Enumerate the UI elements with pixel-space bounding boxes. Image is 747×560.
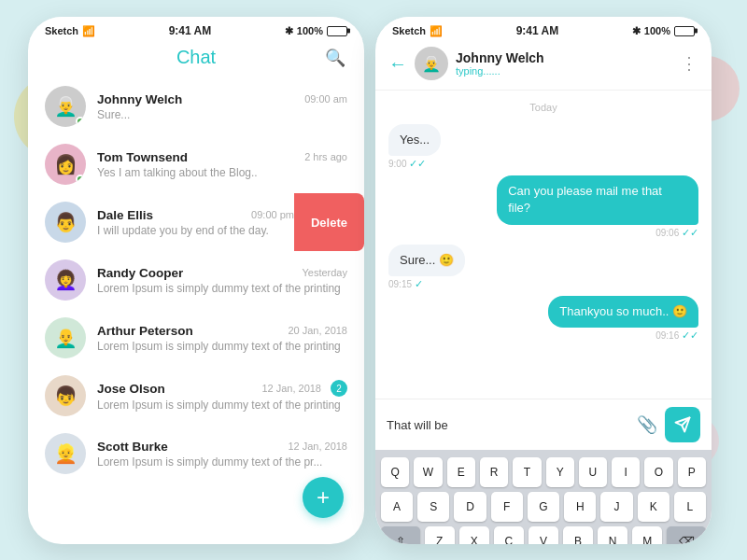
left-phone: Sketch 📶 9:41 AM ✱ 100% Chat 🔍 👨‍🦳 (28, 17, 364, 544)
key-l[interactable]: L (674, 492, 706, 522)
message-bubble-2: Can you please mail me that file? (497, 175, 698, 224)
time-right: 9:41 AM (516, 24, 559, 37)
message-input[interactable] (387, 418, 629, 432)
chat-name-4: Randy Cooper (97, 266, 183, 280)
key-k[interactable]: K (638, 492, 669, 522)
battery-text-left: 100% (297, 25, 323, 36)
chat-item-7[interactable]: 👱 Scott Burke 12 Jan, 2018 Lorem Ipsum i… (28, 425, 364, 483)
key-v[interactable]: V (529, 526, 558, 544)
right-phone: Sketch 📶 9:41 AM ✱ 100% ← 👨‍🦳 Johnny Wel… (375, 17, 712, 544)
time-left: 9:41 AM (169, 24, 212, 37)
chat-detail-header: ← 👨‍🦳 Johnny Welch typing...... ⋮ (375, 41, 712, 91)
chat-name-7: Scott Burke (97, 440, 168, 454)
chat-title: Chat (176, 47, 216, 68)
bluetooth-icon-left: ✱ (285, 25, 293, 37)
more-options-button[interactable]: ⋮ (681, 53, 698, 74)
fab-button[interactable]: + (303, 477, 344, 518)
chat-item-1[interactable]: 👨‍🦳 Johnny Welch 09:00 am Sure... (28, 77, 364, 135)
message-2: Can you please mail me that file? 09:06 … (388, 175, 698, 238)
key-d[interactable]: D (454, 492, 486, 522)
key-shift[interactable]: ⇧ (381, 526, 420, 544)
contact-status: typing...... (456, 65, 681, 77)
wifi-icon-left: 📶 (82, 25, 95, 37)
send-button[interactable] (665, 407, 700, 442)
key-x[interactable]: X (459, 526, 489, 544)
tick-icon-4: ✓✓ (682, 329, 698, 341)
chat-info-1: Johnny Welch 09:00 am Sure... (97, 92, 347, 121)
message-4: Thankyou so much.. 🙂 09:16 ✓✓ (388, 296, 698, 342)
avatar-4: 👩‍🦱 (45, 259, 86, 301)
chat-preview-3: I will update you by end of the day. (97, 224, 294, 237)
key-n[interactable]: N (598, 526, 627, 544)
message-text-3: Sure... 🙂 (400, 253, 454, 267)
chat-name-2: Tom Townsend (97, 150, 188, 164)
chat-preview-4: Lorem Ipsum is simply dummy text of the … (97, 282, 347, 295)
key-w[interactable]: W (414, 457, 442, 487)
unread-badge-6: 2 (331, 380, 347, 397)
input-area: 📎 (375, 399, 712, 450)
key-t[interactable]: T (513, 457, 541, 487)
message-bubble-4: Thankyou so much.. 🙂 (548, 296, 698, 328)
chat-time-6: 12 Jan, 2018 (261, 383, 321, 394)
message-3: Sure... 🙂 09:15 ✓ (388, 245, 698, 290)
chat-preview-5: Lorem Ipsum is simply dummy text of the … (97, 340, 347, 353)
avatar-3: 👨 (45, 202, 86, 243)
message-bubble-1: Yes... (388, 124, 441, 156)
avatar-7: 👱 (45, 433, 86, 474)
key-e[interactable]: E (447, 457, 475, 487)
avatar-1: 👨‍🦳 (45, 86, 86, 127)
tick-icon-2: ✓✓ (682, 227, 698, 238)
key-delete[interactable]: ⌫ (667, 526, 706, 544)
signal-text-left: Sketch (45, 25, 78, 36)
key-f[interactable]: F (491, 492, 523, 522)
key-b[interactable]: B (563, 526, 593, 544)
key-g[interactable]: G (528, 492, 559, 522)
keyboard-row-2: A S D F G H J K L (381, 492, 706, 522)
key-h[interactable]: H (564, 492, 596, 522)
chat-info-5: Arthur Peterson 20 Jan, 2018 Lorem Ipsum… (97, 324, 347, 353)
attachment-icon[interactable]: 📎 (637, 414, 657, 435)
date-divider: Today (388, 102, 698, 113)
key-s[interactable]: S (417, 492, 449, 522)
message-bubble-3: Sure... 🙂 (388, 245, 465, 276)
chat-item-5[interactable]: 👨‍🦲 Arthur Peterson 20 Jan, 2018 Lorem I… (28, 309, 364, 367)
messages-area: Today Yes... 9:00 ✓✓ Can you please mail… (375, 91, 712, 399)
key-u[interactable]: U (579, 457, 607, 487)
key-c[interactable]: C (494, 526, 524, 544)
status-bar-right: Sketch 📶 9:41 AM ✱ 100% (375, 17, 712, 41)
search-icon[interactable]: 🔍 (325, 48, 345, 68)
back-button[interactable]: ← (388, 53, 407, 75)
key-p[interactable]: P (678, 457, 706, 487)
chat-header: Chat 🔍 (28, 41, 364, 77)
key-r[interactable]: R (480, 457, 508, 487)
message-1: Yes... 9:00 ✓✓ (388, 124, 698, 170)
chat-time-2: 2 hrs ago (304, 151, 347, 162)
contact-name: Johnny Welch (456, 50, 681, 65)
signal-text-right: Sketch (392, 25, 426, 36)
key-j[interactable]: J (600, 492, 632, 522)
key-a[interactable]: A (381, 492, 413, 522)
chat-item-4[interactable]: 👩‍🦱 Randy Cooper Yesterday Lorem Ipsum i… (28, 251, 364, 309)
contact-avatar: 👨‍🦳 (415, 47, 448, 80)
wifi-icon-right: 📶 (430, 25, 443, 37)
chat-time-5: 20 Jan, 2018 (288, 325, 347, 336)
chat-name-1: Johnny Welch (97, 92, 182, 106)
battery-icon-right (674, 26, 695, 36)
key-o[interactable]: O (644, 457, 672, 487)
message-text-2: Can you please mail me that file? (508, 184, 662, 215)
message-time-4: 09:16 ✓✓ (655, 329, 698, 342)
chat-item-6[interactable]: 👦 Jose Olson 12 Jan, 2018 2 Lorem Ipsum … (28, 367, 364, 425)
chat-info-6: Jose Olson 12 Jan, 2018 2 Lorem Ipsum is… (97, 380, 347, 412)
contact-info: Johnny Welch typing...... (456, 50, 681, 77)
key-m[interactable]: M (632, 526, 662, 544)
chat-info-3: Dale Ellis 09:00 pm I will update you by… (97, 208, 294, 237)
key-y[interactable]: Y (546, 457, 574, 487)
chat-item-3[interactable]: 👨 Dale Ellis 09:00 pm I will update you … (28, 193, 364, 251)
chat-info-4: Randy Cooper Yesterday Lorem Ipsum is si… (97, 266, 347, 295)
key-z[interactable]: Z (425, 526, 455, 544)
key-q[interactable]: Q (381, 457, 409, 487)
chat-item-2[interactable]: 👩 Tom Townsend 2 hrs ago Yes I am talkin… (28, 135, 364, 193)
delete-button[interactable]: Delete (294, 193, 364, 251)
key-i[interactable]: I (612, 457, 640, 487)
keyboard: Q W E R T Y U I O P A S D F G H J K L (375, 450, 712, 544)
